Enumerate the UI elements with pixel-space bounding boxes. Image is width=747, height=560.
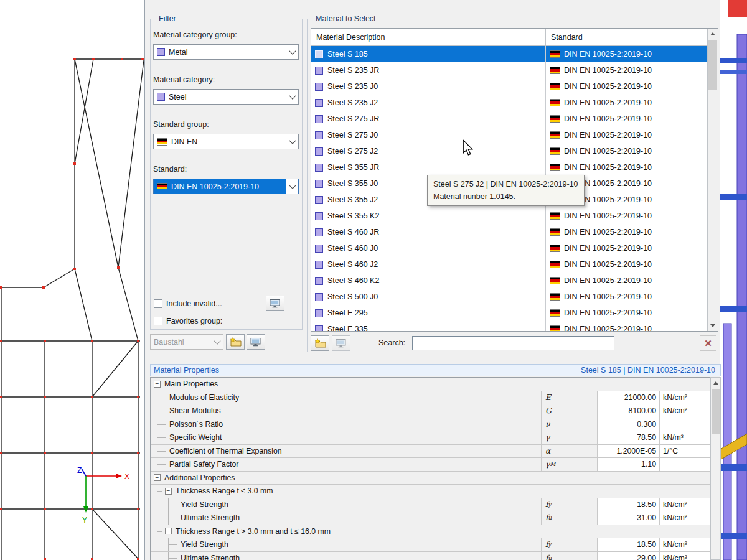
material-category-select[interactable]: Steel bbox=[153, 89, 299, 105]
material-row[interactable]: Steel S 275 J2DIN EN 10025-2:2019-10 bbox=[311, 143, 707, 159]
property-value-cell: 18.50 bbox=[598, 538, 660, 551]
scroll-up-arrow[interactable] bbox=[708, 29, 718, 39]
property-symbol-cell: G bbox=[542, 404, 598, 418]
material-standard-cell: DIN EN 10025-2:2019-10 bbox=[545, 305, 707, 321]
monitor-icon bbox=[336, 338, 347, 348]
standard-group-label: Standard group: bbox=[153, 120, 209, 129]
material-standard: DIN EN 10025-2:2019-10 bbox=[564, 131, 652, 139]
property-row: Modulus of ElasticityE21000.00kN/cm² bbox=[151, 391, 710, 405]
monitor-icon bbox=[270, 299, 281, 308]
collapse-icon[interactable]: − bbox=[154, 474, 161, 481]
material-standard: DIN EN 10025-2:2019-10 bbox=[564, 309, 652, 317]
new-favorites-group-button[interactable] bbox=[226, 334, 245, 350]
material-row[interactable]: Steel S 355 JRDIN EN 10025-2:2019-10 bbox=[311, 159, 707, 175]
material-icon bbox=[315, 147, 323, 156]
manage-favorites-button[interactable] bbox=[247, 334, 265, 350]
material-description-cell: Steel S 460 J2 bbox=[311, 256, 545, 273]
properties-header: Material Properties Steel S 185 | DIN EN… bbox=[150, 364, 721, 376]
scroll-up-arrow[interactable] bbox=[711, 378, 721, 388]
material-description-cell: Steel S 500 J0 bbox=[311, 289, 545, 305]
material-row[interactable]: Steel S 460 JRDIN EN 10025-2:2019-10 bbox=[311, 224, 707, 240]
include-invalid-checkbox[interactable]: Include invalid... bbox=[154, 299, 222, 308]
collapse-icon[interactable]: − bbox=[165, 528, 172, 534]
scrollbar-thumb[interactable] bbox=[708, 40, 717, 90]
checkbox-label: Include invalid... bbox=[166, 299, 222, 308]
material-table-header: Material Description Standard bbox=[311, 29, 707, 46]
collapse-icon[interactable]: − bbox=[154, 381, 161, 388]
material-category-group-select[interactable]: Metal bbox=[153, 44, 299, 60]
checkbox-box[interactable] bbox=[154, 299, 162, 308]
property-group-row[interactable]: −Main Properties bbox=[151, 378, 710, 391]
standard-select[interactable]: DIN EN 10025-2:2019-10 bbox=[153, 179, 299, 194]
germany-flag-icon bbox=[550, 277, 560, 284]
material-description-cell: Steel S 460 J0 bbox=[311, 240, 545, 256]
material-standard: DIN EN 10025-2:2019-10 bbox=[564, 244, 652, 253]
material-row[interactable]: Steel E 335DIN EN 10025-2:2019-10 bbox=[311, 321, 707, 331]
chevron-down-icon[interactable] bbox=[286, 179, 298, 194]
material-row[interactable]: Steel S 460 K2DIN EN 10025-2:2019-10 bbox=[311, 273, 707, 289]
window-close-area bbox=[728, 0, 747, 17]
material-row[interactable]: Steel S 275 JRDIN EN 10025-2:2019-10 bbox=[311, 111, 707, 127]
new-material-button[interactable] bbox=[311, 335, 329, 351]
favorites-group-checkbox[interactable]: Favorites group: bbox=[154, 317, 222, 325]
standard-group-select[interactable]: DIN EN bbox=[153, 134, 299, 149]
material-list-scrollbar bbox=[707, 29, 718, 331]
property-group-row[interactable]: −Thickness Range t > 3.0 mm and t ≤ 16.0… bbox=[151, 525, 710, 539]
material-row[interactable]: Steel S 500 J0DIN EN 10025-2:2019-10 bbox=[311, 289, 707, 305]
material-row[interactable]: Steel S 460 J0DIN EN 10025-2:2019-10 bbox=[311, 240, 707, 256]
properties-scrollbar bbox=[710, 377, 721, 560]
property-row: Ultimate Strengthfu29.00kN/cm² bbox=[151, 552, 710, 560]
material-name: Steel S 460 JR bbox=[327, 228, 379, 236]
germany-flag-icon bbox=[157, 138, 167, 146]
property-name-cell: Poisson´s Ratio bbox=[151, 418, 542, 431]
checkbox-box[interactable] bbox=[154, 317, 162, 325]
material-properties-section: Material Properties Steel S 185 | DIN EN… bbox=[150, 364, 721, 560]
material-options-button[interactable] bbox=[332, 335, 350, 351]
app-screenshot: X Y Z Filter Material category group: Me… bbox=[0, 0, 747, 560]
property-row: Yield Strengthfy18.50kN/cm² bbox=[151, 498, 710, 512]
germany-flag-icon bbox=[550, 309, 560, 317]
material-standard-cell: DIN EN 10025-2:2019-10 bbox=[545, 224, 707, 240]
property-group-row[interactable]: −Additional Properties bbox=[151, 472, 710, 485]
scroll-down-arrow[interactable] bbox=[708, 320, 718, 331]
property-group-row[interactable]: −Thickness Range t ≤ 3.0 mm bbox=[151, 485, 710, 498]
search-input[interactable] bbox=[412, 336, 614, 350]
property-group-name: −Thickness Range t > 3.0 mm and t ≤ 16.0… bbox=[151, 525, 710, 538]
material-name: Steel S 275 JR bbox=[327, 114, 379, 123]
material-standard: DIN EN 10025-2:2019-10 bbox=[564, 260, 652, 269]
material-name: Steel S 355 J0 bbox=[327, 179, 378, 188]
material-standard-cell: DIN EN 10025-2:2019-10 bbox=[545, 62, 707, 78]
property-value-cell: 1.2000E-05 bbox=[598, 445, 660, 458]
invalid-materials-options-button[interactable] bbox=[266, 296, 284, 311]
material-row[interactable]: Steel S 275 J0DIN EN 10025-2:2019-10 bbox=[311, 127, 707, 143]
scrollbar-thumb[interactable] bbox=[712, 389, 720, 434]
properties-selected-material: Steel S 185 | DIN EN 10025-2:2019-10 bbox=[581, 366, 720, 375]
collapse-icon[interactable]: − bbox=[165, 488, 172, 495]
chevron-down-icon[interactable] bbox=[286, 45, 298, 59]
favorites-group-select[interactable]: Baustahl bbox=[150, 334, 223, 350]
material-icon bbox=[315, 245, 323, 253]
material-row[interactable]: Steel E 295DIN EN 10025-2:2019-10 bbox=[311, 305, 707, 321]
material-standard-cell: DIN EN 10025-2:2019-10 bbox=[545, 289, 707, 305]
material-icon bbox=[315, 196, 323, 204]
germany-flag-icon bbox=[550, 245, 560, 252]
material-icon bbox=[315, 164, 323, 172]
material-row[interactable]: Steel S 355 K2DIN EN 10025-2:2019-10 bbox=[311, 208, 707, 224]
property-symbol-cell: α bbox=[542, 445, 598, 458]
material-icon bbox=[315, 67, 323, 75]
germany-flag-icon bbox=[550, 325, 560, 331]
material-row[interactable]: Steel S 185DIN EN 10025-2:2019-10 bbox=[311, 46, 707, 62]
material-row[interactable]: Steel S 235 J2DIN EN 10025-2:2019-10 bbox=[311, 95, 707, 111]
material-row[interactable]: Steel S 460 J2DIN EN 10025-2:2019-10 bbox=[311, 256, 707, 273]
chevron-down-icon[interactable] bbox=[286, 90, 298, 104]
clear-search-button[interactable]: ✕ bbox=[700, 335, 716, 351]
material-name: Steel S 235 J2 bbox=[327, 98, 378, 107]
property-name-cell: Shear Modulus bbox=[151, 404, 542, 418]
property-group-name: −Additional Properties bbox=[151, 472, 710, 485]
mouse-cursor bbox=[462, 139, 473, 156]
germany-flag-icon bbox=[550, 212, 560, 220]
material-row[interactable]: Steel S 235 JRDIN EN 10025-2:2019-10 bbox=[311, 62, 707, 78]
material-row[interactable]: Steel S 235 J0DIN EN 10025-2:2019-10 bbox=[311, 78, 707, 95]
chevron-down-icon[interactable] bbox=[286, 134, 298, 149]
property-unit-cell: kN/cm² bbox=[660, 391, 710, 404]
